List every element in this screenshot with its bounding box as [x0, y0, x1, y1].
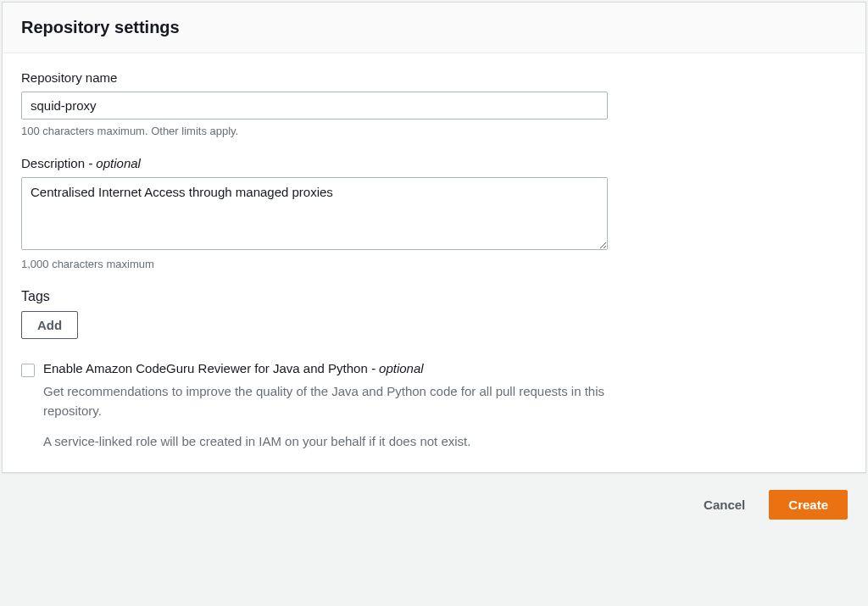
description-label-text: Description	[21, 156, 85, 170]
form-footer: Cancel Create	[2, 473, 866, 526]
description-textarea[interactable]	[21, 177, 608, 250]
tags-label: Tags	[21, 289, 847, 304]
description-hint: 1,000 characters maximum	[21, 258, 847, 270]
codeguru-field: Enable Amazon CodeGuru Reviewer for Java…	[21, 361, 847, 452]
codeguru-content: Enable Amazon CodeGuru Reviewer for Java…	[43, 361, 645, 452]
repository-name-field: Repository name 100 characters maximum. …	[21, 70, 847, 137]
repository-settings-panel: Repository settings Repository name 100 …	[2, 2, 866, 473]
codeguru-label: Enable Amazon CodeGuru Reviewer for Java…	[43, 361, 645, 375]
description-optional-text: - optional	[88, 156, 141, 170]
panel-title: Repository settings	[21, 18, 847, 37]
codeguru-checkbox[interactable]	[21, 364, 35, 377]
codeguru-label-text: Enable Amazon CodeGuru Reviewer for Java…	[43, 361, 368, 375]
cancel-button[interactable]: Cancel	[692, 491, 757, 519]
tags-field: Tags Add	[21, 289, 847, 339]
panel-header: Repository settings	[3, 3, 865, 53]
codeguru-desc-1: Get recommendations to improve the quali…	[43, 382, 645, 420]
description-label: Description - optional	[21, 156, 847, 170]
repository-name-hint: 100 characters maximum. Other limits app…	[21, 125, 847, 137]
repository-name-label: Repository name	[21, 70, 847, 85]
add-tag-button[interactable]: Add	[21, 311, 78, 339]
create-button[interactable]: Create	[769, 490, 848, 520]
codeguru-desc-2: A service-linked role will be created in…	[43, 432, 645, 452]
description-field: Description - optional 1,000 characters …	[21, 156, 847, 270]
panel-body: Repository name 100 characters maximum. …	[3, 53, 865, 472]
repository-name-input[interactable]	[21, 92, 608, 120]
codeguru-optional-text: - optional	[371, 361, 424, 375]
